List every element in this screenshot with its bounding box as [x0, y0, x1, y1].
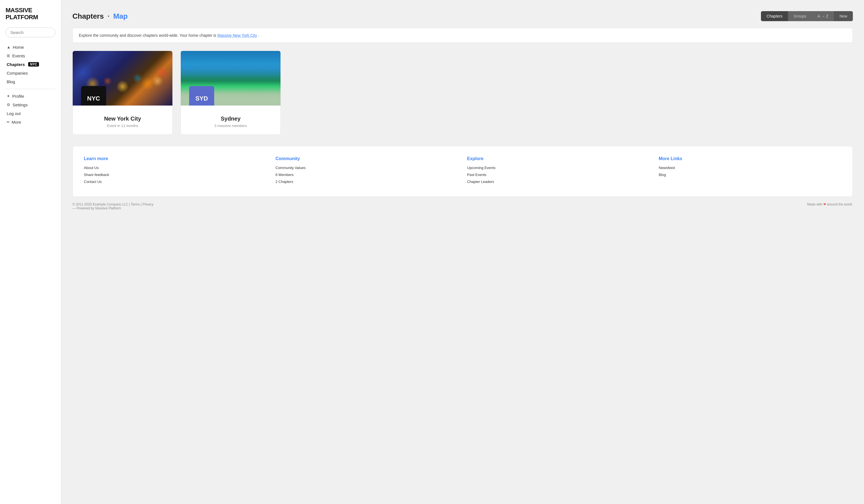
sidebar-item-chapters[interactable]: Chapters NYC — [5, 60, 56, 69]
footer-link-about[interactable]: About Us — [84, 166, 266, 170]
secondary-nav: ✦ Profile ⚙ Settings Log out •• More — [5, 92, 56, 127]
sidebar-item-settings[interactable]: ⚙ Settings — [5, 100, 56, 109]
tab-chapters[interactable]: Chapters — [761, 11, 788, 21]
copyright-text: © 2011-2020 Example Company LLC | Terms … — [72, 202, 154, 206]
footer-link-chapter-leaders[interactable]: Chapter Leaders — [467, 180, 650, 184]
info-banner: Explore the community and discover chapt… — [72, 28, 853, 43]
syd-badge: SYD — [189, 86, 214, 106]
chapter-cards: NYC New York City Event in 11 months SYD… — [72, 51, 853, 135]
settings-icon: ⚙ — [7, 103, 10, 107]
sidebar-item-blog[interactable]: Blog — [5, 77, 56, 86]
footer-link-upcoming-events[interactable]: Upcoming Events — [467, 166, 650, 170]
footer-section: Learn more About Us Share feedback Conta… — [72, 146, 853, 197]
title-separator: · — [108, 12, 111, 20]
footer-col-title-more-links: More Links — [659, 156, 841, 161]
footer-col-title-learn-more: Learn more — [84, 156, 266, 161]
chapter-card-syd[interactable]: SYD Sydney 3 massive members — [180, 51, 281, 135]
home-icon: ▲ — [7, 45, 11, 49]
footer-link-community-values[interactable]: Community Values — [275, 166, 458, 170]
footer-link-past-events[interactable]: Past Events — [467, 173, 650, 177]
page-header: Chapters · Map Chapters Groups A → Z New — [72, 11, 853, 21]
footer-link-newsfeed[interactable]: Newsfeed — [659, 166, 841, 170]
sidebar-item-label: Profile — [12, 94, 24, 99]
chapters-badge: NYC — [28, 62, 39, 67]
sidebar-item-label: Log out — [7, 111, 21, 116]
primary-nav: ▲ Home ⊞ Events Chapters NYC Companies B… — [5, 43, 56, 86]
footer-link-blog[interactable]: Blog — [659, 173, 841, 177]
footer-left: © 2011-2020 Example Company LLC | Terms … — [72, 202, 154, 210]
footer-col-more-links: More Links Newsfeed Blog — [659, 156, 841, 187]
sidebar-item-label: Home — [13, 45, 24, 50]
footer-col-explore: Explore Upcoming Events Past Events Chap… — [467, 156, 650, 187]
sidebar-item-home[interactable]: ▲ Home — [5, 43, 56, 51]
tab-groups[interactable]: Groups — [788, 11, 812, 21]
sidebar-item-more[interactable]: •• More — [5, 118, 56, 127]
sidebar-item-profile[interactable]: ✦ Profile — [5, 92, 56, 100]
sidebar-item-events[interactable]: ⊞ Events — [5, 51, 56, 60]
app-logo: MASSIVE PLATFORM — [5, 7, 56, 21]
footer-col-title-community: Community — [275, 156, 458, 161]
sidebar-item-companies[interactable]: Companies — [5, 69, 56, 77]
sidebar-item-label: Events — [12, 53, 25, 58]
card-image-nyc: NYC — [73, 51, 172, 106]
footer-link-chapters-count[interactable]: 2 Chapters — [275, 180, 458, 184]
sidebar: MASSIVE PLATFORM ▲ Home ⊞ Events Chapter… — [0, 0, 61, 504]
sidebar-item-label: Chapters — [7, 62, 25, 67]
sidebar-item-logout[interactable]: Log out — [5, 109, 56, 118]
nav-divider — [5, 89, 56, 89]
nyc-badge: NYC — [81, 86, 106, 106]
map-link[interactable]: Map — [113, 12, 128, 20]
sidebar-item-label: Settings — [13, 103, 27, 107]
nyc-card-name: New York City — [80, 116, 166, 122]
syd-card-content: Sydney 3 massive members — [181, 106, 280, 134]
tab-atoz[interactable]: A → Z — [812, 11, 834, 21]
page-footer: © 2011-2020 Example Company LLC | Terms … — [72, 197, 853, 215]
powered-by: — Powered by Massive Platform — [72, 206, 154, 210]
tab-new[interactable]: New — [834, 11, 853, 21]
footer-right: Made with ❤ around the world. — [807, 202, 853, 210]
header-tabs: Chapters Groups A → Z New — [761, 11, 853, 21]
more-icon: •• — [7, 120, 10, 124]
card-image-syd: SYD — [181, 51, 280, 106]
footer-col-title-explore: Explore — [467, 156, 650, 161]
main-content: Chapters · Map Chapters Groups A → Z New… — [61, 0, 864, 504]
search-input[interactable] — [5, 27, 56, 37]
profile-icon: ✦ — [7, 94, 10, 98]
page-title: Chapters · Map — [72, 12, 128, 21]
nyc-card-subtitle: Event in 11 months — [80, 124, 166, 128]
events-icon: ⊞ — [7, 53, 10, 58]
syd-card-subtitle: 3 massive members — [188, 124, 274, 128]
nyc-card-content: New York City Event in 11 months — [73, 106, 172, 134]
heart-icon: ❤ — [823, 202, 827, 206]
sidebar-item-label: More — [12, 120, 21, 124]
footer-link-contact[interactable]: Contact Us — [84, 180, 266, 184]
home-chapter-link[interactable]: Massive New York City — [217, 33, 257, 38]
footer-link-feedback[interactable]: Share feedback — [84, 173, 266, 177]
sidebar-item-label: Companies — [7, 71, 28, 75]
footer-link-members[interactable]: 6 Members — [275, 173, 458, 177]
chapter-card-nyc[interactable]: NYC New York City Event in 11 months — [72, 51, 173, 135]
footer-col-community: Community Community Values 6 Members 2 C… — [275, 156, 458, 187]
syd-card-name: Sydney — [188, 116, 274, 122]
footer-col-learn-more: Learn more About Us Share feedback Conta… — [84, 156, 266, 187]
sidebar-item-label: Blog — [7, 79, 15, 84]
